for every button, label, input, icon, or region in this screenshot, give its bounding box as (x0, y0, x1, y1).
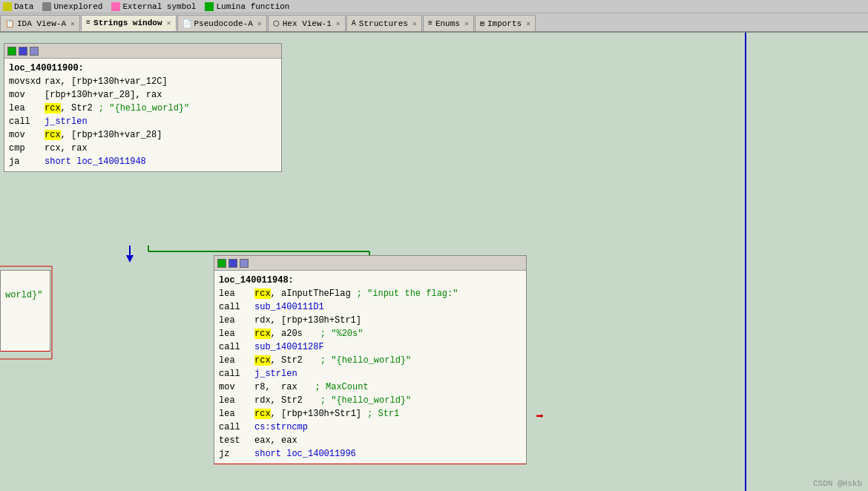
watermark: CSDN @Hskb (813, 479, 862, 488)
op-mov2: rcx, [rbp+130h+var_28] (45, 128, 162, 142)
op-ja1: short loc_140011948 (45, 155, 146, 168)
tab-label-hex: Hex View-1 (283, 19, 332, 28)
svg-marker-2 (126, 255, 134, 263)
code-line-b2-mov1: mov r8, rax ; MaxCount (219, 380, 522, 394)
code-line-b2-lea3: lea rcx, a20s ; "%20s" (219, 327, 522, 340)
b2-mnem-lea1: lea (219, 287, 251, 300)
cut-block-content: world}" (1, 271, 50, 305)
b2-op-jz1: short loc_140011996 (254, 447, 356, 461)
legend-color-lumina (205, 2, 214, 11)
op-cmp1: rcx, rax (45, 142, 88, 155)
code-line-movsxd: movsxd rax, [rbp+130h+var_12C] (9, 75, 277, 88)
legend-color-external (111, 2, 120, 11)
legend-item-external: External symbol (111, 2, 196, 11)
code-line-b2-lea1: lea rcx, aInputTheFlag ; "input the flag… (219, 287, 522, 300)
b2-cmt-3: ; "%20s" (320, 327, 364, 340)
code-line-b2-lea6: lea rcx, [rbp+130h+Str1] ; Str1 ➡ (219, 407, 522, 421)
tab-close-strings[interactable]: ✕ (166, 19, 171, 27)
legend-item-lumina: Lumina function (205, 2, 289, 11)
cut-text-1: world}" (5, 289, 42, 302)
b2-reg-rcx-4: rcx (254, 409, 271, 419)
tab-label-ida: IDA View-A (17, 19, 66, 28)
b2-cmt-1: ; "input the flag:" (357, 287, 458, 300)
reg-rcx-1: rcx (45, 103, 61, 113)
tab-hex-view[interactable]: ⬡ Hex View-1 ✕ (268, 15, 346, 31)
op-lea1-op1: rcx, Str2 (45, 102, 93, 115)
tab-structures[interactable]: A Structures ✕ (346, 15, 422, 31)
tab-icon-imports: ⊞ (480, 19, 484, 28)
loc-label-1: loc_140011900: (9, 62, 84, 75)
code-line-ja1: ja short loc_140011948 (9, 155, 277, 168)
tab-bar: 📋 IDA View-A ✕ ≡ Strings window ✕ 📄 Pseu… (0, 13, 868, 33)
code-line-b2-jz1: jz short loc_140011996 (219, 447, 522, 461)
code-block-2: loc_140011948: lea rcx, aInputTheFlag ; … (214, 255, 527, 464)
code-line-loc2: loc_140011948: (219, 274, 522, 287)
b2-reg-rcx-3: rcx (254, 355, 271, 366)
b2-op-mov1: r8, rax (254, 380, 297, 394)
code-line-loc1: loc_140011900: (9, 62, 277, 75)
b2-op-call2: sub_14001128F (254, 340, 324, 354)
b2-mnem-lea5: lea (219, 394, 251, 407)
legend-bar: Data Unexplored External symbol Lumina f… (0, 0, 868, 13)
legend-label-lumina: Lumina function (216, 2, 289, 11)
b2-op-call3: j_strlen (254, 367, 297, 380)
b2-cmt-5: ; "{hello_world}" (320, 394, 411, 407)
b2-mnem-call4: call (219, 421, 251, 434)
code-line-b2-call4: call cs:strncmp (219, 421, 522, 434)
tab-close-hex[interactable]: ✕ (336, 19, 341, 28)
b2-mnem-lea6: lea (219, 407, 251, 421)
b2-cmt-mov1: ; MaxCount (315, 380, 369, 394)
tab-icon-struct: A (352, 19, 356, 27)
tab-label-imports: Imports (487, 19, 522, 28)
titlebar-btn-blue1-1 (19, 47, 27, 56)
tab-close-enums[interactable]: ✕ (464, 19, 469, 28)
main-graph-area[interactable]: loc_140011900: movsxd rax, [rbp+130h+var… (0, 33, 868, 491)
mnem-lea1: lea (9, 102, 42, 115)
reg-rcx-2: rcx (45, 130, 61, 140)
mnem-mov1: mov (9, 88, 42, 102)
tab-pseudocode[interactable]: 📄 Pseudocode-A ✕ (177, 15, 267, 31)
tab-close-imports[interactable]: ✕ (526, 19, 530, 28)
op-call1: j_strlen (45, 115, 88, 128)
tab-icon-strings: ≡ (86, 19, 91, 27)
mnem-movsxd: movsxd (9, 75, 42, 88)
tab-imports[interactable]: ⊞ Imports ✕ (475, 15, 536, 31)
tab-icon-ida: 📋 (5, 19, 14, 28)
b2-op-lea4: rcx, Str2 (254, 354, 303, 367)
code-line-b2-lea5: lea rdx, Str2 ; "{hello_world}" (219, 394, 522, 407)
titlebar-btn-green-2 (217, 259, 226, 268)
code-line-mov2: mov rcx, [rbp+130h+var_28] (9, 128, 277, 142)
code-line-b2-test1: test eax, eax (219, 434, 522, 447)
code-line-lea1: lea rcx, Str2 ; "{hello_world}" (9, 102, 277, 115)
tab-icon-pseudo: 📄 (183, 19, 191, 28)
code-block-1-titlebar (4, 44, 281, 59)
op-mov1: [rbp+130h+var_28], rax (45, 88, 162, 102)
titlebar-btn-blue2-1 (30, 47, 39, 56)
code-line-b2-call3: call j_strlen (219, 367, 522, 380)
legend-label-external: External symbol (122, 2, 196, 11)
tab-ida-view[interactable]: 📋 IDA View-A ✕ (0, 15, 80, 31)
comment-lea1: ; "{hello_world}" (99, 102, 189, 115)
b2-mnem-mov1: mov (219, 380, 251, 394)
b2-mnem-call1: call (219, 300, 251, 314)
titlebar-btn-green-1 (7, 47, 16, 56)
legend-item-unexplored: Unexplored (42, 2, 102, 11)
tab-close-pseudo[interactable]: ✕ (257, 19, 262, 28)
b2-mnem-call2: call (219, 340, 251, 354)
tab-enums[interactable]: ≡ Enums ✕ (423, 15, 474, 31)
b2-mnem-lea4: lea (219, 354, 251, 367)
cut-line-1: world}" (5, 289, 45, 302)
tab-label-enums: Enums (435, 19, 460, 28)
b2-cmt-6: ; Str1 (367, 407, 399, 421)
tab-strings-window[interactable]: ≡ Strings window ✕ (81, 15, 176, 31)
b2-op-lea6: rcx, [rbp+130h+Str1] (254, 407, 361, 421)
b2-cmt-4: ; "{hello_world}" (320, 354, 411, 367)
code-line-b2-lea2: lea rdx, [rbp+130h+Str1] (219, 314, 522, 327)
titlebar-btn-blue1-2 (228, 259, 237, 268)
b2-op-lea5: rdx, Str2 (254, 394, 303, 407)
op-movsxd: rax, [rbp+130h+var_12C] (45, 75, 168, 88)
b2-mnem-jz1: jz (219, 447, 251, 461)
tab-close-struct[interactable]: ✕ (412, 19, 417, 28)
mnem-call1: call (9, 115, 42, 128)
tab-close-ida[interactable]: ✕ (70, 19, 75, 28)
